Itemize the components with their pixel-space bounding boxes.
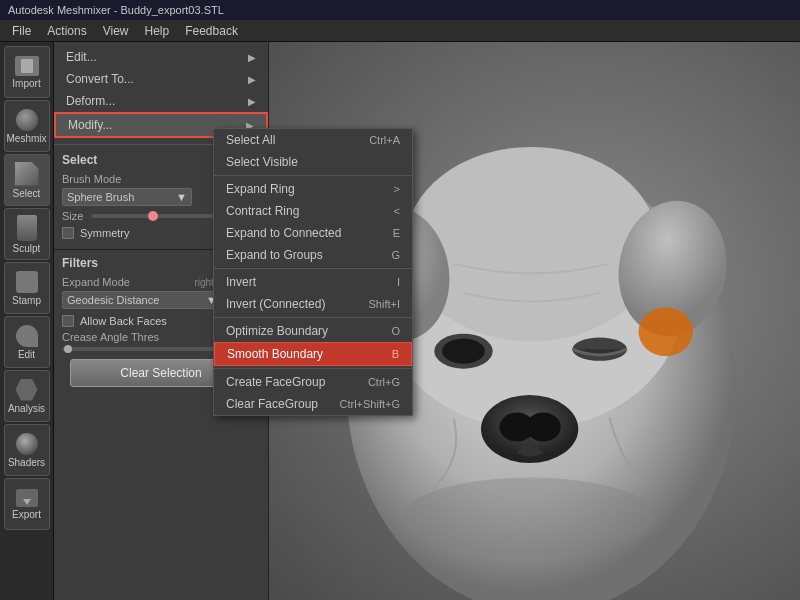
ctx-expand-groups[interactable]: Expand to Groups G bbox=[214, 244, 412, 266]
svg-point-12 bbox=[403, 478, 656, 556]
back-faces-label: Allow Back Faces bbox=[80, 315, 167, 327]
export-icon bbox=[16, 489, 38, 507]
sculpt-button[interactable]: Sculpt bbox=[4, 208, 50, 260]
deform-arrow: ▶ bbox=[248, 96, 256, 107]
back-faces-checkbox[interactable] bbox=[62, 315, 74, 327]
analysis-button[interactable]: Analysis bbox=[4, 370, 50, 422]
svg-point-6 bbox=[442, 339, 485, 364]
ctx-select-all[interactable]: Select All Ctrl+A bbox=[214, 129, 412, 151]
stamp-icon bbox=[16, 271, 38, 293]
edit-icon bbox=[16, 325, 38, 347]
ctx-invert[interactable]: Invert I bbox=[214, 271, 412, 293]
ctx-sep-4 bbox=[214, 368, 412, 369]
ctx-expand-ring[interactable]: Expand Ring > bbox=[214, 178, 412, 200]
expand-mode-label: Expand Mode bbox=[62, 276, 130, 288]
ctx-invert-connected[interactable]: Invert (Connected) Shift+I bbox=[214, 293, 412, 315]
ctx-optimize-boundary[interactable]: Optimize Boundary O bbox=[214, 320, 412, 342]
analysis-icon bbox=[16, 379, 38, 401]
sculpt-label: Sculpt bbox=[13, 243, 41, 254]
dropdown-arrow: ▼ bbox=[176, 191, 187, 203]
title-text: Autodesk Meshmixer - Buddy_export03.STL bbox=[8, 4, 224, 16]
meshmix-button[interactable]: Meshmix bbox=[4, 100, 50, 152]
titlebar: Autodesk Meshmixer - Buddy_export03.STL bbox=[0, 0, 800, 20]
menu-actions[interactable]: Actions bbox=[39, 22, 94, 40]
crease-thumb[interactable] bbox=[64, 345, 72, 353]
actions-dropdown: Edit... ▶ Convert To... ▶ Deform... ▶ Mo… bbox=[54, 42, 268, 142]
expand-mode-dropdown[interactable]: Geodesic Distance ▼ bbox=[62, 291, 222, 309]
context-menu: Select All Ctrl+A Select Visible Expand … bbox=[213, 128, 413, 416]
menubar: File Actions View Help Feedback bbox=[0, 20, 800, 42]
edit-button[interactable]: Edit bbox=[4, 316, 50, 368]
deform-menu-item[interactable]: Deform... ▶ bbox=[54, 90, 268, 112]
select-icon bbox=[15, 162, 39, 186]
export-label: Export bbox=[12, 509, 41, 520]
analysis-label: Analysis bbox=[8, 403, 45, 414]
ctx-select-visible[interactable]: Select Visible bbox=[214, 151, 412, 173]
size-slider[interactable] bbox=[91, 214, 232, 218]
ctx-clear-facegroup[interactable]: Clear FaceGroup Ctrl+Shift+G bbox=[214, 393, 412, 415]
shaders-label: Shaders bbox=[8, 457, 45, 468]
ctx-expand-connected[interactable]: Expand to Connected E bbox=[214, 222, 412, 244]
convert-menu-item[interactable]: Convert To... ▶ bbox=[54, 68, 268, 90]
filters-title: Filters bbox=[62, 256, 98, 270]
edit-label: Edit bbox=[18, 349, 35, 360]
svg-point-2 bbox=[405, 147, 658, 342]
select-label: Select bbox=[13, 188, 41, 199]
svg-point-11 bbox=[639, 307, 693, 356]
edit-arrow: ▶ bbox=[248, 52, 256, 63]
menu-help[interactable]: Help bbox=[137, 22, 178, 40]
select-title: Select bbox=[62, 153, 97, 167]
menu-file[interactable]: File bbox=[4, 22, 39, 40]
stamp-label: Stamp bbox=[12, 295, 41, 306]
meshmix-icon bbox=[16, 109, 38, 131]
ctx-create-facegroup[interactable]: Create FaceGroup Ctrl+G bbox=[214, 371, 412, 393]
ctx-sep-1 bbox=[214, 175, 412, 176]
stamp-button[interactable]: Stamp bbox=[4, 262, 50, 314]
symmetry-checkbox[interactable] bbox=[62, 227, 74, 239]
menu-feedback[interactable]: Feedback bbox=[177, 22, 246, 40]
ctx-contract-ring[interactable]: Contract Ring < bbox=[214, 200, 412, 222]
ctx-sep-3 bbox=[214, 317, 412, 318]
menu-view[interactable]: View bbox=[95, 22, 137, 40]
export-button[interactable]: Export bbox=[4, 478, 50, 530]
sculpt-icon bbox=[17, 215, 37, 241]
import-label: Import bbox=[12, 78, 40, 89]
convert-arrow: ▶ bbox=[248, 74, 256, 85]
shaders-button[interactable]: Shaders bbox=[4, 424, 50, 476]
select-button[interactable]: Select bbox=[4, 154, 50, 206]
size-label: Size bbox=[62, 210, 83, 222]
crease-label: Crease Angle Thres bbox=[62, 331, 159, 343]
brush-mode-dropdown[interactable]: Sphere Brush ▼ bbox=[62, 188, 192, 206]
left-toolbar: Import Meshmix Select Sculpt Stamp Edit … bbox=[0, 42, 54, 600]
main-layout: Import Meshmix Select Sculpt Stamp Edit … bbox=[0, 42, 800, 600]
ctx-sep-2 bbox=[214, 268, 412, 269]
ctx-smooth-boundary[interactable]: Smooth Boundary B bbox=[214, 342, 412, 366]
import-button[interactable]: Import bbox=[4, 46, 50, 98]
svg-point-10 bbox=[526, 412, 561, 441]
edit-menu-item[interactable]: Edit... ▶ bbox=[54, 46, 268, 68]
shaders-icon bbox=[16, 433, 38, 455]
slider-thumb[interactable] bbox=[148, 211, 158, 221]
symmetry-label: Symmetry bbox=[80, 227, 130, 239]
meshmix-label: Meshmix bbox=[6, 133, 46, 144]
